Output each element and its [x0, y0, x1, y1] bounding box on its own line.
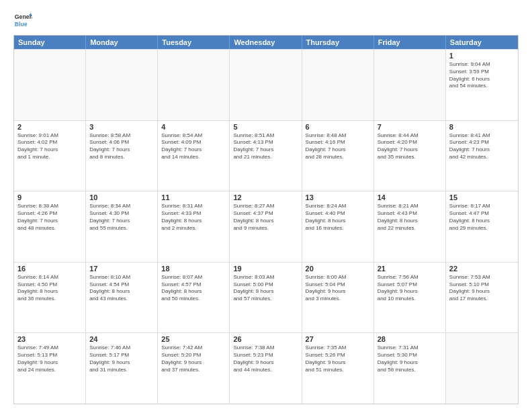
day-info: Sunrise: 8:31 AM Sunset: 4:33 PM Dayligh… [161, 203, 226, 232]
day-info: Sunrise: 9:04 AM Sunset: 3:59 PM Dayligh… [449, 61, 515, 90]
day-number: 18 [161, 265, 226, 273]
day-info: Sunrise: 7:35 AM Sunset: 5:26 PM Dayligh… [306, 345, 370, 373]
day-number: 2 [17, 123, 82, 131]
day-number: 5 [233, 123, 298, 131]
day-number: 22 [449, 265, 515, 273]
calendar-cell [14, 50, 86, 120]
day-info: Sunrise: 8:44 AM Sunset: 4:20 PM Dayligh… [378, 132, 442, 161]
calendar-cell: 16Sunrise: 8:14 AM Sunset: 4:50 PM Dayli… [14, 263, 86, 333]
calendar-cell: 19Sunrise: 8:03 AM Sunset: 5:00 PM Dayli… [230, 263, 302, 333]
day-number: 17 [89, 265, 154, 273]
calendar-cell: 15Sunrise: 8:17 AM Sunset: 4:47 PM Dayli… [446, 191, 518, 262]
calendar-cell: 24Sunrise: 7:46 AM Sunset: 5:17 PM Dayli… [86, 333, 158, 404]
header-day-friday: Friday [374, 36, 446, 49]
calendar-cell [86, 50, 158, 120]
calendar-cell: 5Sunrise: 8:51 AM Sunset: 4:13 PM Daylig… [230, 121, 302, 191]
day-info: Sunrise: 8:27 AM Sunset: 4:37 PM Dayligh… [233, 203, 298, 232]
header-day-saturday: Saturday [446, 36, 518, 49]
day-info: Sunrise: 8:10 AM Sunset: 4:54 PM Dayligh… [89, 274, 154, 303]
calendar-cell: 9Sunrise: 8:38 AM Sunset: 4:26 PM Daylig… [14, 191, 86, 262]
day-info: Sunrise: 8:41 AM Sunset: 4:23 PM Dayligh… [449, 132, 515, 161]
header-day-sunday: Sunday [14, 36, 86, 49]
svg-text:Blue: Blue [15, 21, 28, 28]
day-number: 3 [89, 123, 154, 131]
calendar-week-5: 23Sunrise: 7:49 AM Sunset: 5:13 PM Dayli… [14, 332, 518, 404]
day-info: Sunrise: 7:46 AM Sunset: 5:17 PM Dayligh… [89, 345, 154, 373]
day-info: Sunrise: 9:01 AM Sunset: 4:02 PM Dayligh… [17, 132, 82, 161]
calendar-cell: 10Sunrise: 8:34 AM Sunset: 4:30 PM Dayli… [86, 191, 158, 262]
calendar-cell: 6Sunrise: 8:48 AM Sunset: 4:16 PM Daylig… [302, 121, 374, 191]
calendar-cell [374, 50, 446, 120]
day-info: Sunrise: 8:34 AM Sunset: 4:30 PM Dayligh… [89, 203, 154, 232]
calendar: SundayMondayTuesdayWednesdayThursdayFrid… [13, 35, 519, 404]
calendar-week-3: 9Sunrise: 8:38 AM Sunset: 4:26 PM Daylig… [14, 191, 518, 262]
calendar-cell: 18Sunrise: 8:07 AM Sunset: 4:57 PM Dayli… [158, 263, 230, 333]
day-number: 14 [378, 193, 442, 201]
calendar-week-4: 16Sunrise: 8:14 AM Sunset: 4:50 PM Dayli… [14, 262, 518, 333]
calendar-cell: 13Sunrise: 8:24 AM Sunset: 4:40 PM Dayli… [302, 191, 374, 262]
day-number: 8 [449, 123, 515, 131]
day-number: 27 [306, 335, 370, 343]
calendar-cell: 23Sunrise: 7:49 AM Sunset: 5:13 PM Dayli… [14, 333, 86, 404]
calendar-cell: 12Sunrise: 8:27 AM Sunset: 4:37 PM Dayli… [230, 191, 302, 262]
header-day-thursday: Thursday [302, 36, 374, 49]
calendar-cell: 25Sunrise: 7:42 AM Sunset: 5:20 PM Dayli… [158, 333, 230, 404]
calendar-cell: 17Sunrise: 8:10 AM Sunset: 4:54 PM Dayli… [86, 263, 158, 333]
logo: General Blue [13, 11, 35, 30]
day-info: Sunrise: 8:38 AM Sunset: 4:26 PM Dayligh… [17, 203, 82, 232]
day-info: Sunrise: 8:24 AM Sunset: 4:40 PM Dayligh… [306, 203, 370, 232]
day-number: 28 [378, 335, 442, 343]
calendar-cell [302, 50, 374, 120]
day-info: Sunrise: 8:48 AM Sunset: 4:16 PM Dayligh… [306, 132, 370, 161]
day-info: Sunrise: 8:03 AM Sunset: 5:00 PM Dayligh… [233, 274, 298, 303]
header-day-tuesday: Tuesday [158, 36, 230, 49]
day-info: Sunrise: 8:21 AM Sunset: 4:43 PM Dayligh… [378, 203, 442, 232]
day-number: 24 [89, 335, 154, 343]
logo-icon: General Blue [13, 11, 32, 30]
day-info: Sunrise: 7:42 AM Sunset: 5:20 PM Dayligh… [161, 345, 226, 373]
day-number: 21 [378, 265, 442, 273]
calendar-week-1: 1Sunrise: 9:04 AM Sunset: 3:59 PM Daylig… [14, 49, 518, 120]
day-number: 25 [161, 335, 226, 343]
day-number: 11 [161, 193, 226, 201]
day-info: Sunrise: 8:14 AM Sunset: 4:50 PM Dayligh… [17, 274, 82, 303]
header-area: General Blue [13, 11, 519, 30]
calendar-week-2: 2Sunrise: 9:01 AM Sunset: 4:02 PM Daylig… [14, 120, 518, 191]
calendar-cell [230, 50, 302, 120]
day-number: 15 [449, 193, 515, 201]
day-number: 23 [17, 335, 82, 343]
day-number: 9 [17, 193, 82, 201]
calendar-cell: 11Sunrise: 8:31 AM Sunset: 4:33 PM Dayli… [158, 191, 230, 262]
day-number: 16 [17, 265, 82, 273]
day-info: Sunrise: 7:53 AM Sunset: 5:10 PM Dayligh… [449, 274, 515, 303]
header-day-monday: Monday [86, 36, 158, 49]
day-number: 6 [306, 123, 370, 131]
day-info: Sunrise: 8:07 AM Sunset: 4:57 PM Dayligh… [161, 274, 226, 303]
header-day-wednesday: Wednesday [230, 36, 302, 49]
day-info: Sunrise: 7:38 AM Sunset: 5:23 PM Dayligh… [233, 345, 298, 373]
day-number: 10 [89, 193, 154, 201]
calendar-cell: 3Sunrise: 8:58 AM Sunset: 4:06 PM Daylig… [86, 121, 158, 191]
calendar-cell: 20Sunrise: 8:00 AM Sunset: 5:04 PM Dayli… [302, 263, 374, 333]
day-number: 4 [161, 123, 226, 131]
calendar-cell: 4Sunrise: 8:54 AM Sunset: 4:09 PM Daylig… [158, 121, 230, 191]
day-number: 19 [233, 265, 298, 273]
calendar-cell: 8Sunrise: 8:41 AM Sunset: 4:23 PM Daylig… [446, 121, 518, 191]
day-number: 26 [233, 335, 298, 343]
calendar-cell: 7Sunrise: 8:44 AM Sunset: 4:20 PM Daylig… [374, 121, 446, 191]
day-info: Sunrise: 8:54 AM Sunset: 4:09 PM Dayligh… [161, 132, 226, 161]
page: General Blue SundayMondayTuesdayWednesda… [0, 0, 532, 411]
calendar-header: SundayMondayTuesdayWednesdayThursdayFrid… [14, 36, 518, 49]
day-info: Sunrise: 7:56 AM Sunset: 5:07 PM Dayligh… [378, 274, 442, 303]
day-info: Sunrise: 8:51 AM Sunset: 4:13 PM Dayligh… [233, 132, 298, 161]
calendar-cell [158, 50, 230, 120]
day-number: 20 [306, 265, 370, 273]
calendar-cell [446, 333, 518, 404]
day-info: Sunrise: 8:58 AM Sunset: 4:06 PM Dayligh… [89, 132, 154, 161]
day-number: 13 [306, 193, 370, 201]
calendar-cell: 2Sunrise: 9:01 AM Sunset: 4:02 PM Daylig… [14, 121, 86, 191]
day-number: 7 [378, 123, 442, 131]
calendar-cell: 22Sunrise: 7:53 AM Sunset: 5:10 PM Dayli… [446, 263, 518, 333]
day-number: 1 [449, 52, 515, 60]
calendar-cell: 1Sunrise: 9:04 AM Sunset: 3:59 PM Daylig… [446, 50, 518, 120]
